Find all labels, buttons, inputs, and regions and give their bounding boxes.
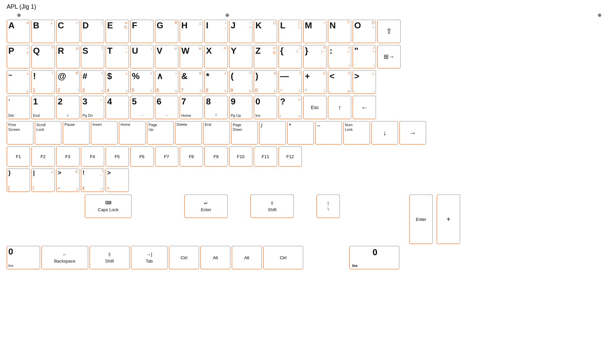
key-shift-right2[interactable]: ⇧ Shift	[250, 195, 294, 218]
key-down-arrow[interactable]: ↓	[371, 121, 398, 144]
key-end[interactable]: End	[203, 121, 230, 144]
key-f8[interactable]: F8	[180, 146, 203, 166]
key-zero-ins[interactable]: 0 Ins	[7, 246, 40, 269]
key-backspace[interactable]: ← Backspace	[41, 246, 88, 269]
key-print-screen[interactable]: PrintScreen	[7, 121, 33, 144]
key-shift-left[interactable]: ⇧ Shift	[89, 246, 130, 269]
key-caret[interactable]: ∧ ⍱ 6 ≥	[155, 70, 178, 94]
key-ctrl-right[interactable]: Ctrl	[263, 246, 303, 269]
key-f6[interactable]: F6	[130, 146, 154, 166]
key-home[interactable]: Home	[119, 121, 146, 144]
key-plus[interactable]: + ⌹ = ÷	[303, 70, 327, 94]
key-scroll-lock[interactable]: ScrollLock	[35, 121, 61, 144]
key-J[interactable]: J⍤∘	[229, 20, 252, 43]
key-E[interactable]: E∊∈	[106, 20, 129, 43]
key-f7[interactable]: F7	[155, 146, 178, 166]
key-F[interactable]: F‾	[130, 20, 154, 43]
key-5[interactable]: 5 →	[130, 96, 154, 119]
key-f1[interactable]: F1	[7, 146, 30, 166]
key-numpad-plus[interactable]: +	[437, 195, 460, 244]
key-left-arrow[interactable]: ←	[353, 96, 376, 119]
key-Z[interactable]: Z⊂⊆	[254, 45, 277, 68]
key-numpad-0[interactable]: 0 Ins	[349, 246, 399, 269]
key-shift-up[interactable]: ⇧	[377, 20, 401, 43]
key-R[interactable]: Rρ	[56, 45, 79, 68]
key-H[interactable]: H△	[180, 20, 203, 43]
key-U[interactable]: U↓	[130, 45, 154, 68]
key-pipe[interactable]: △ | \	[31, 168, 55, 192]
key-f9[interactable]: F9	[204, 146, 228, 166]
key-alt-left[interactable]: Alt	[200, 246, 230, 269]
key-f2[interactable]: F2	[31, 146, 55, 166]
key-at[interactable]: @ ∇̈ 2 ‾	[56, 70, 79, 94]
key-0-ins[interactable]: 0 Ins	[254, 96, 277, 119]
key-9-pgup[interactable]: 9 Pg Up	[229, 96, 252, 119]
key-special-arrow[interactable]: ⊞→	[377, 45, 401, 68]
key-Y[interactable]: Y↑	[229, 45, 252, 68]
key-caps-lock[interactable]: ⌨ Caps Lock	[85, 195, 132, 218]
key-V[interactable]: V∪	[155, 45, 178, 68]
key-numpad-enter[interactable]: Enter	[409, 195, 433, 244]
key-D[interactable]: D⌊	[81, 20, 104, 43]
key-page-down[interactable]: PageDown	[231, 121, 258, 144]
key-underscore[interactable]: — ! − ×	[278, 70, 302, 94]
key-f11[interactable]: F11	[254, 146, 277, 166]
key-exclaim2[interactable]: !← ! ¢ ⎕	[81, 168, 104, 192]
key-rbrace[interactable]: } θ]→	[303, 45, 327, 68]
key-gtlt[interactable]: ⊏ > < ⎕	[56, 168, 79, 192]
key-gt2[interactable]: > <	[106, 168, 129, 192]
key-gt[interactable]: > △ . ⍀	[353, 70, 376, 94]
key-T[interactable]: T⍨~	[106, 45, 129, 68]
key-colon[interactable]: : ≡⊥ ; ⍎	[328, 45, 351, 68]
key-page-up[interactable]: PageUp	[147, 121, 174, 144]
key-L[interactable]: L⌷⌷	[278, 20, 302, 43]
key-tilde[interactable]: ~ ⍋ ` ◇	[7, 70, 30, 94]
key-8-up[interactable]: 8 ↑	[204, 96, 228, 119]
key-f4[interactable]: F4	[81, 146, 104, 166]
key-K[interactable]: K⌸	[254, 20, 277, 43]
key-I[interactable]: I⍳⍸	[204, 20, 228, 43]
key-f3[interactable]: F3	[56, 146, 79, 166]
key-Q[interactable]: Q?	[31, 45, 55, 68]
key-f12[interactable]: F12	[278, 146, 302, 166]
key-lt[interactable]: < ⍞ , ⍺	[328, 70, 351, 94]
key-quote[interactable]: " ≠⍒ ' ⍕	[353, 45, 376, 68]
key-f10[interactable]: F10	[229, 146, 252, 166]
key-1-end[interactable]: 1 End	[31, 96, 55, 119]
key-alt-right[interactable]: Alt	[232, 246, 262, 269]
key-percent[interactable]: % ⌽ 5 =	[130, 70, 154, 94]
key-numpad-slash[interactable]: /	[259, 121, 286, 144]
key-ampersand[interactable]: & ⊖ 7 >	[180, 70, 203, 94]
key-delete[interactable]: Delete	[175, 121, 202, 144]
key-enter[interactable]: ↵ Enter	[184, 195, 228, 218]
key-pause[interactable]: Pause	[63, 121, 89, 144]
key-N[interactable]: N⊤	[328, 20, 351, 43]
key-W[interactable]: Wω	[180, 45, 203, 68]
key-O[interactable]: OÖ○	[353, 20, 376, 43]
key-C[interactable]: C∩	[56, 20, 79, 43]
key-rparen[interactable]: ) ã 0 ∧	[254, 70, 277, 94]
key-6[interactable]: 6 →	[155, 96, 178, 119]
key-slash-q[interactable]: ? ⌹ / ≠	[278, 96, 302, 119]
key-S[interactable]: S⌈	[81, 45, 104, 68]
key-G[interactable]: G∇	[155, 20, 178, 43]
key-numpad-minus[interactable]: −	[315, 121, 342, 144]
key-dot-del[interactable]: · Del	[7, 96, 30, 119]
key-tab[interactable]: →| Tab	[131, 246, 168, 269]
key-dollar[interactable]: $ ⍋ 4 ≤	[106, 70, 129, 94]
key-esc[interactable]: Esc	[303, 96, 327, 119]
key-lparen[interactable]: ( ∼̃ 9 ∨	[229, 70, 252, 94]
key-f5[interactable]: F5	[106, 146, 129, 166]
key-ctrl-left[interactable]: Ctrl	[169, 246, 199, 269]
key-M[interactable]: M⌿	[303, 20, 327, 43]
key-4[interactable]: 4	[106, 96, 129, 119]
key-hash[interactable]: # ⍒ 3 <	[81, 70, 104, 94]
key-exclaim[interactable]: ! ⌶ 1 ⍸	[31, 70, 55, 94]
key-P[interactable]: P⍣⍟	[7, 45, 30, 68]
key-up-arrow[interactable]: ↑	[328, 96, 351, 119]
key-lbrace[interactable]: { ⎕[←	[278, 45, 302, 68]
key-B[interactable]: B⊥	[31, 20, 55, 43]
key-star[interactable]: * ⍟ 8 ≠	[204, 70, 228, 94]
key-backslash-vert[interactable]: |\	[317, 195, 340, 218]
key-2-down[interactable]: 2 ↓	[56, 96, 79, 119]
